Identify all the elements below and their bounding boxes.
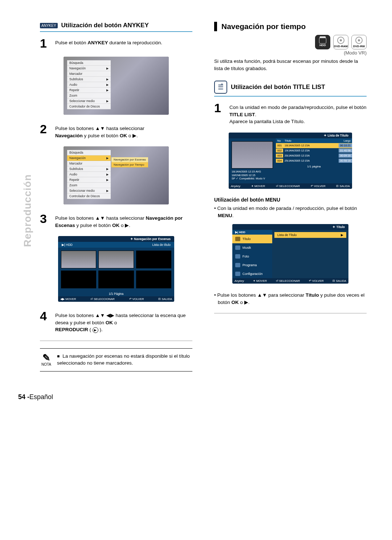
step-4: 4 Pulse los botones ▲▼ ◀▶ hasta seleccio…	[40, 310, 192, 333]
step-1: 1 Pulse el botón ANYKEY durante la repro…	[40, 37, 192, 49]
menu-sidebar: ▶| HDD TítuloMusikFotoProgramaConfigurac…	[232, 230, 272, 278]
title-rows: NoTítuloLargo 00118/JAN/2005 12:15A00:10…	[276, 138, 352, 183]
media-compat-icons: HDD DVD-RAM DVD-RW	[214, 35, 367, 49]
screenshot-navigation-submenu: BúsquedaNavegación▶MarcadorSubtítulos▶Au…	[64, 146, 169, 204]
mode-label: (Modo VR)	[214, 50, 367, 56]
time-nav-heading: Navegación por tiempo	[214, 22, 367, 31]
intro-text: Si utiliza esta función, podrá buscar es…	[214, 58, 367, 72]
side-section-label: Reproducción	[22, 174, 33, 247]
dvd-ram-icon: DVD-RAM	[333, 35, 348, 49]
hdd-icon: HDD	[315, 35, 330, 49]
play-icon: ▶	[93, 327, 98, 333]
screenshot-scene-grid: ✦ Navegación por Escenas ▶| HDDLista de …	[58, 236, 174, 302]
note-block: ✎ NOTA ■La navegación por escenas no est…	[40, 348, 192, 371]
screenshot-title-list: ✦ Lista de Título 18/JAN/2005 12:15 AVG1…	[229, 133, 352, 189]
step-number: 1	[40, 37, 50, 49]
heading-bar-icon	[214, 22, 217, 31]
page-footer: 54 -Español	[18, 393, 367, 401]
menu-main: Lista de Título▶	[272, 230, 348, 278]
page-columns: ANYKEY Utilización del botón ANYKEY 1 Pu…	[18, 22, 367, 371]
step-2: 2 Pulse los botones ▲▼ hasta seleccionar…	[40, 123, 192, 139]
dvd-rw-icon: DVD-RW	[351, 35, 367, 49]
note-icon: ✎ NOTA	[41, 353, 51, 366]
anykey-menu-list-2: BúsquedaNavegación▶MarcadorSubtítulos▶Au…	[67, 150, 111, 199]
left-column: ANYKEY Utilización del botón ANYKEY 1 Pu…	[40, 22, 192, 371]
title-list-icon: ☰̊	[214, 81, 227, 94]
right-column: Navegación por tiempo HDD DVD-RAM DVD-RW…	[214, 22, 367, 371]
scene-nav-bar: ◀▶ MOVER ⏎ SELECCIONAR ↶ VOLVER ⊟ SALIDA	[58, 296, 174, 302]
anykey-badge-icon: ANYKEY	[40, 23, 58, 28]
step-number: 1	[214, 102, 224, 125]
step-4-text: Pulse los botones ▲▼ ◀▶ hasta selecciona…	[55, 312, 192, 333]
title-preview: 18/JAN/2005 12:15 AVG18/ENE/2005 12:15SP…	[229, 138, 276, 183]
anykey-menu-list: BúsquedaNavegación▶MarcadorSubtítulos▶Au…	[67, 60, 111, 109]
scene-grid	[58, 248, 174, 291]
menu-bullet-1: • Con la unidad en modo de parada / repr…	[218, 205, 367, 219]
menu-subheading: Utilización del botón MENU	[214, 197, 367, 203]
menu-bullet-2: • Pulse los botones ▲▼ para seleccionar …	[218, 292, 367, 306]
step-number: 2	[40, 123, 50, 139]
screenshot-menu: ✦ Título ▶| HDD TítuloMusikFotoProgramaC…	[232, 224, 348, 284]
anykey-heading: ANYKEY Utilización del botón ANYKEY	[40, 22, 192, 32]
step-number: 4	[40, 310, 50, 333]
navigation-submenu: Navegación por EscenasNavegación por Tie…	[111, 157, 148, 167]
right-step-1: 1 Con la unidad en modo de parada/reprod…	[214, 102, 367, 125]
screenshot-anykey-menu: BúsquedaNavegación▶MarcadorSubtítulos▶Au…	[64, 57, 169, 115]
right-step-1-text: Con la unidad en modo de parada/reproduc…	[229, 104, 367, 125]
anykey-heading-text: Utilización del botón ANYKEY	[61, 22, 149, 29]
step-2-text: Pulse los botones ▲▼ hasta seleccionar N…	[55, 125, 144, 139]
step-3-text: Pulse los botones ▲▼ hasta seleccionar N…	[55, 215, 192, 229]
step-number: 3	[40, 212, 50, 229]
step-3: 3 Pulse los botones ▲▼ hasta seleccionar…	[40, 212, 192, 229]
step-1-text: Pulse el botón ANYKEY durante la reprodu…	[55, 39, 162, 49]
title-list-heading: ☰̊ Utilización del botón TITLE LIST	[214, 81, 367, 97]
